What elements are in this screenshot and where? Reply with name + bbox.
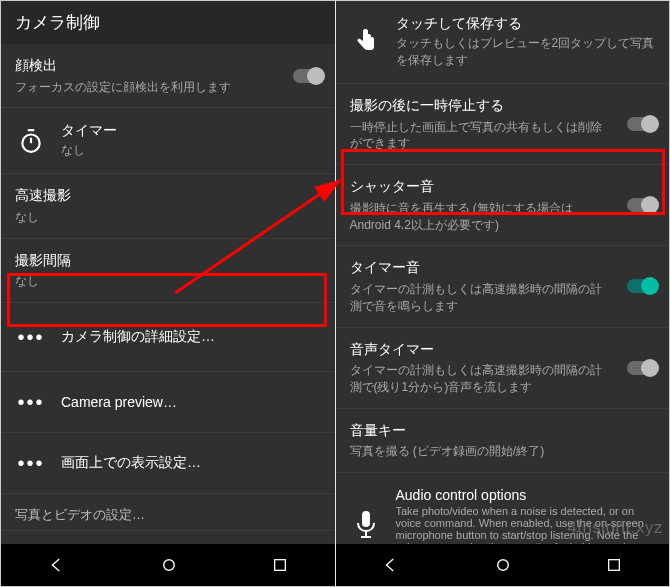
row-display-settings[interactable]: ••• 画面上での表示設定…	[1, 433, 335, 494]
right-settings-panel: タッチして保存する タッチもしくはプレビューを2回タップして写真を保存します 撮…	[336, 1, 670, 586]
row-title: 音声タイマー	[350, 340, 656, 360]
row-title: タッチして保存する	[396, 15, 656, 33]
row-title: シャッター音	[350, 177, 656, 197]
section-photo-video: 写真とビデオの設定…	[1, 494, 335, 531]
toggle-timer-sound[interactable]	[627, 279, 657, 293]
row-title: 撮影間隔	[15, 251, 321, 271]
row-title: Camera preview…	[61, 394, 177, 410]
svg-rect-5	[361, 536, 371, 538]
row-volume-key[interactable]: 音量キー 写真を撮る (ビデオ録画の開始/終了)	[336, 409, 670, 473]
row-sub: なし	[61, 142, 321, 159]
row-interval[interactable]: 撮影間隔 なし	[1, 239, 335, 303]
row-sub: タッチもしくはプレビューを2回タップして写真を保存します	[396, 35, 656, 69]
stopwatch-icon	[15, 125, 47, 157]
nav-bar	[336, 544, 670, 586]
row-sub: なし	[15, 209, 321, 226]
nav-recent-icon[interactable]	[606, 557, 622, 573]
toggle-shutter-sound[interactable]	[627, 198, 657, 212]
nav-home-icon[interactable]	[160, 556, 178, 574]
row-title: 音量キー	[350, 421, 656, 441]
row-title: Audio control options	[396, 487, 656, 503]
header-title: カメラ制御	[1, 1, 335, 44]
toggle-voice-timer[interactable]	[627, 361, 657, 375]
dots-icon: •••	[15, 386, 47, 418]
nav-home-icon[interactable]	[494, 556, 512, 574]
row-voice-timer[interactable]: 音声タイマー タイマーの計測もしくは高速撮影時の間隔の計測で(残り1分から)音声…	[336, 328, 670, 409]
row-sub: タイマーの計測もしくは高速撮影時の間隔の計測で音を鳴らします	[350, 281, 656, 315]
row-title: 画面上での表示設定…	[61, 454, 201, 472]
svg-rect-2	[274, 560, 285, 571]
row-title: カメラ制御の詳細設定…	[61, 328, 215, 346]
dots-icon: •••	[15, 447, 47, 479]
svg-rect-3	[362, 511, 370, 527]
row-timer[interactable]: タイマー なし	[1, 108, 335, 174]
row-pause-after[interactable]: 撮影の後に一時停止する 一時停止した画面上で写真の共有もしくは削除ができます	[336, 84, 670, 165]
row-sub: 撮影時に音を再生する (無効にする場合はAndroid 4.2以上が必要です)	[350, 200, 656, 234]
row-sub: 写真を撮る (ビデオ録画の開始/終了)	[350, 443, 656, 460]
row-title: タイマー音	[350, 258, 656, 278]
svg-rect-7	[609, 560, 620, 571]
nav-recent-icon[interactable]	[272, 557, 288, 573]
row-advanced-settings[interactable]: ••• カメラ制御の詳細設定…	[1, 303, 335, 372]
row-touch-save[interactable]: タッチして保存する タッチもしくはプレビューを2回タップして写真を保存します	[336, 1, 670, 84]
row-face-detect[interactable]: 顔検出 フォーカスの設定に顔検出を利用します	[1, 44, 335, 108]
row-sub: 一時停止した画面上で写真の共有もしくは削除ができます	[350, 119, 656, 153]
toggle-face-detect[interactable]	[293, 69, 323, 83]
svg-rect-4	[365, 531, 367, 536]
watermark: 4thsight.xyz	[567, 518, 663, 538]
dots-icon: •••	[15, 321, 47, 353]
row-sub: なし	[15, 273, 321, 290]
row-title: 撮影の後に一時停止する	[350, 96, 656, 116]
nav-back-icon[interactable]	[382, 556, 400, 574]
svg-point-1	[163, 560, 174, 571]
row-title: 高速撮影	[15, 186, 321, 206]
nav-back-icon[interactable]	[48, 556, 66, 574]
svg-point-6	[498, 560, 509, 571]
mic-icon	[350, 509, 382, 541]
row-title: タイマー	[61, 122, 321, 140]
nav-bar	[1, 544, 335, 586]
row-camera-preview[interactable]: ••• Camera preview…	[1, 372, 335, 433]
left-settings-panel: カメラ制御 顔検出 フォーカスの設定に顔検出を利用します タイマー なし 高速撮…	[1, 1, 336, 586]
row-timer-sound[interactable]: タイマー音 タイマーの計測もしくは高速撮影時の間隔の計測で音を鳴らします	[336, 246, 670, 327]
row-burst[interactable]: 高速撮影 なし	[1, 174, 335, 238]
toggle-pause[interactable]	[627, 117, 657, 131]
row-sub: タイマーの計測もしくは高速撮影時の間隔の計測で(残り1分から)音声を流します	[350, 362, 656, 396]
touch-icon	[350, 26, 382, 58]
row-shutter-sound[interactable]: シャッター音 撮影時に音を再生する (無効にする場合はAndroid 4.2以上…	[336, 165, 670, 246]
row-title: 顔検出	[15, 56, 321, 76]
row-sub: フォーカスの設定に顔検出を利用します	[15, 79, 321, 96]
